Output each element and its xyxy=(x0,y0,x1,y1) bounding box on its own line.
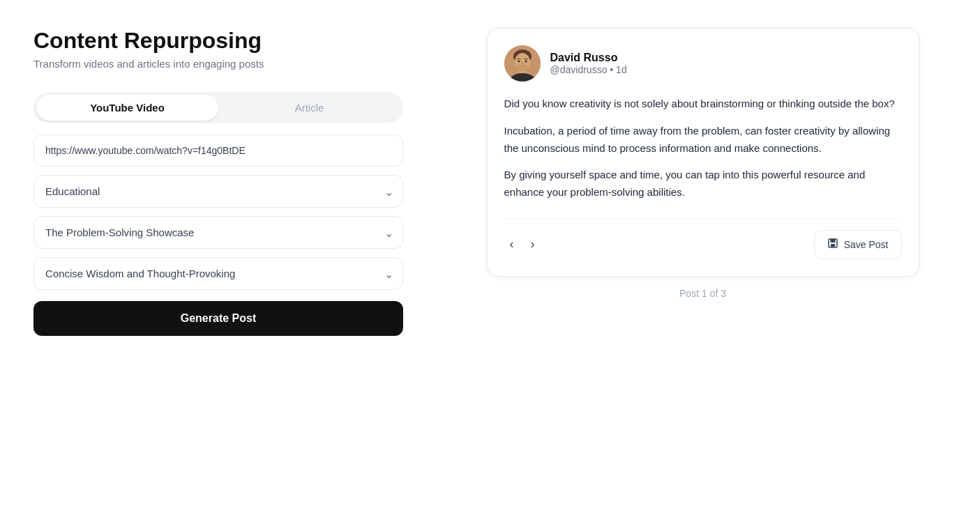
post-paragraph-2: Incubation, a period of time away from t… xyxy=(504,123,902,157)
tab-youtube[interactable]: YouTube Video xyxy=(36,95,218,121)
generate-button[interactable]: Generate Post xyxy=(33,301,403,336)
author-name: David Russo xyxy=(550,52,627,64)
post-body: Did you know creativity is not solely ab… xyxy=(504,95,902,201)
svg-point-5 xyxy=(518,61,520,63)
right-panel: David Russo @davidrusso • 1d Did you kno… xyxy=(459,28,947,336)
user-info: David Russo @davidrusso • 1d xyxy=(550,52,627,75)
tab-switcher: YouTube Video Article xyxy=(33,92,403,123)
author-handle: @davidrusso • 1d xyxy=(550,64,627,75)
save-icon xyxy=(827,238,838,252)
save-button[interactable]: Save Post xyxy=(814,230,902,259)
prev-button[interactable]: ‹ xyxy=(504,234,520,254)
post-paragraph-3: By giving yourself space and time, you c… xyxy=(504,167,902,201)
save-button-label: Save Post xyxy=(844,239,889,250)
style-select[interactable]: Concise Wisdom and Thought-Provoking Det… xyxy=(33,257,403,290)
page-subtitle: Transform videos and articles into engag… xyxy=(33,58,403,70)
url-input[interactable] xyxy=(33,134,403,167)
post-footer: ‹ › Save Post xyxy=(504,218,902,259)
show-wrapper: The Problem-Solving Showcase Other Show … xyxy=(33,216,403,249)
svg-rect-10 xyxy=(831,244,835,247)
nav-buttons: ‹ › xyxy=(504,234,541,254)
page-container: Content Repurposing Transform videos and… xyxy=(33,28,947,336)
left-panel: Content Repurposing Transform videos and… xyxy=(33,28,403,336)
svg-point-7 xyxy=(516,64,529,71)
tab-article[interactable]: Article xyxy=(218,95,400,121)
post-card: David Russo @davidrusso • 1d Did you kno… xyxy=(487,28,919,277)
svg-rect-9 xyxy=(830,239,835,243)
post-counter: Post 1 of 3 xyxy=(679,288,726,299)
category-wrapper: Educational Inspirational Technical Mark… xyxy=(33,175,403,208)
category-select[interactable]: Educational Inspirational Technical Mark… xyxy=(33,175,403,208)
next-button[interactable]: › xyxy=(525,234,541,254)
show-select[interactable]: The Problem-Solving Showcase Other Show … xyxy=(33,216,403,249)
page-title: Content Repurposing xyxy=(33,28,403,54)
svg-point-6 xyxy=(525,61,527,63)
post-header: David Russo @davidrusso • 1d xyxy=(504,45,902,82)
avatar xyxy=(504,45,541,82)
post-paragraph-1: Did you know creativity is not solely ab… xyxy=(504,95,902,113)
style-wrapper: Concise Wisdom and Thought-Provoking Det… xyxy=(33,257,403,290)
